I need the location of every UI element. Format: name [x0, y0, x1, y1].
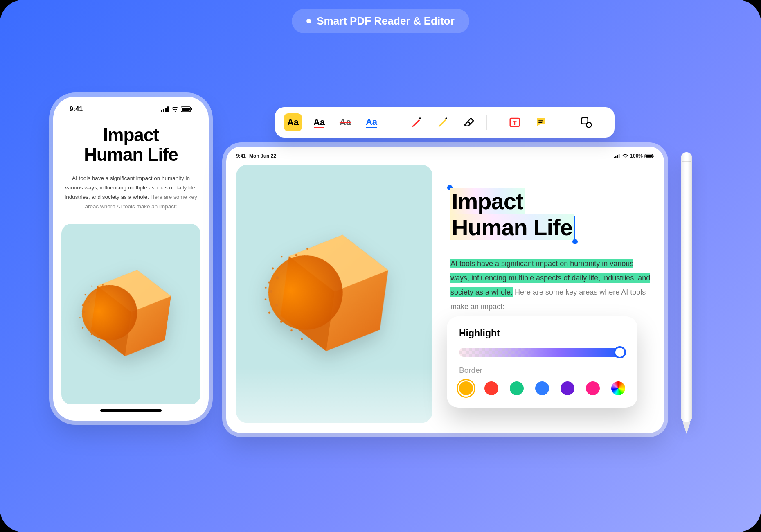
svg-rect-0 — [161, 110, 162, 112]
highlight-label: Aa — [287, 117, 299, 128]
svg-rect-5 — [182, 108, 190, 111]
svg-rect-25 — [617, 155, 618, 158]
phone-title-line1: Impact — [61, 125, 200, 145]
underline-label: Aa — [313, 117, 325, 128]
shapes-tool[interactable] — [577, 113, 595, 131]
panel-title: Highlight — [459, 328, 625, 339]
highlight-tool[interactable]: Aa — [284, 113, 302, 131]
shapes-icon — [580, 116, 592, 128]
svg-point-41 — [265, 298, 267, 300]
svg-point-43 — [281, 256, 283, 258]
svg-point-52 — [586, 122, 592, 128]
signal-icon — [614, 154, 620, 158]
promo-canvas: Smart PDF Reader & Editor 9:41 Impact Hu… — [0, 0, 761, 532]
color-swatch-blue[interactable] — [535, 381, 549, 395]
border-label: Border — [459, 366, 625, 375]
svg-point-18 — [79, 317, 81, 319]
opacity-slider[interactable] — [459, 348, 625, 357]
svg-rect-3 — [167, 106, 169, 112]
color-swatch-custom[interactable] — [611, 381, 625, 395]
hexagon-illustration — [71, 253, 191, 375]
phone-title-line2: Human Life — [61, 145, 200, 165]
phone-status-icons — [161, 106, 192, 112]
tablet-status-bar: 9:41 Mon Jun 22 100% — [236, 153, 654, 159]
selection-caret-end[interactable] — [574, 216, 575, 241]
color-swatch-green[interactable] — [510, 381, 524, 395]
highlight-panel: Highlight Border — [447, 316, 637, 408]
underline-tool[interactable]: Aa — [310, 113, 328, 131]
badge-dot-icon — [306, 19, 311, 23]
strike-label: Aa — [340, 117, 351, 128]
app-badge: Smart PDF Reader & Editor — [292, 9, 469, 33]
note-tool[interactable] — [532, 113, 550, 131]
color-swatch-red[interactable] — [484, 381, 498, 395]
selection-handle-end[interactable] — [572, 239, 578, 244]
tablet-status-icons: 100% — [614, 153, 654, 159]
phone-mockup: 9:41 Impact Human Life AI tools have a s… — [53, 97, 209, 421]
home-indicator — [100, 409, 162, 412]
slider-thumb[interactable] — [614, 346, 626, 358]
pen-yellow-tool[interactable] — [434, 113, 452, 131]
textbox-icon: T — [509, 116, 521, 128]
toolbar-divider — [389, 115, 389, 130]
color-swatch-pink[interactable] — [586, 381, 600, 395]
toolbar-divider — [486, 115, 487, 130]
title-line2: Human Life — [450, 214, 574, 240]
svg-text:T: T — [513, 119, 516, 126]
phone-document-image — [61, 224, 200, 404]
phone-document-body: AI tools have a significant impact on hu… — [61, 174, 200, 212]
document-paragraph[interactable]: AI tools have a significant impact on hu… — [450, 257, 654, 314]
signal-icon — [161, 106, 169, 112]
svg-point-45 — [272, 267, 274, 270]
battery-icon — [181, 106, 192, 112]
svg-point-44 — [290, 329, 293, 332]
eraser-icon — [463, 116, 475, 128]
squiggly-label: Aa — [366, 117, 377, 128]
stylus-pencil — [681, 152, 692, 422]
wifi-icon — [171, 106, 179, 112]
svg-rect-1 — [163, 109, 164, 112]
svg-point-20 — [91, 286, 93, 287]
color-swatch-purple[interactable] — [561, 381, 574, 395]
note-icon — [535, 116, 547, 128]
svg-point-48 — [265, 287, 267, 289]
text-selection[interactable]: Impact Human Life — [450, 188, 574, 241]
svg-rect-29 — [653, 155, 654, 157]
tablet-date: Mon Jun 22 — [249, 153, 276, 159]
wifi-icon — [622, 154, 628, 158]
svg-rect-28 — [646, 155, 652, 157]
svg-rect-6 — [191, 108, 192, 110]
badge-label: Smart PDF Reader & Editor — [317, 15, 455, 27]
svg-point-39 — [268, 311, 271, 314]
toolbar-divider — [558, 115, 558, 130]
svg-rect-24 — [615, 156, 616, 158]
annotation-toolbar: Aa Aa Aa Aa T — [275, 107, 615, 138]
hexagon-illustration — [253, 212, 415, 375]
svg-rect-23 — [614, 157, 615, 158]
squiggly-tool[interactable]: Aa — [362, 113, 380, 131]
phone-document-title: Impact Human Life — [61, 125, 200, 165]
phone-time: 9:41 — [70, 106, 83, 113]
battery-icon — [644, 154, 654, 158]
phone-status-bar: 9:41 — [61, 106, 200, 113]
textbox-tool[interactable]: T — [506, 113, 524, 131]
pen-icon — [437, 116, 449, 128]
strikethrough-tool[interactable]: Aa — [336, 113, 354, 131]
svg-rect-26 — [619, 154, 619, 158]
eraser-tool[interactable] — [460, 113, 478, 131]
tablet-time: 9:41 — [236, 153, 246, 159]
title-line1: Impact — [450, 188, 525, 214]
tablet-battery-label: 100% — [630, 153, 643, 159]
svg-point-21 — [98, 340, 100, 342]
pen-red-tool[interactable] — [408, 113, 426, 131]
color-swatch-yellow[interactable] — [459, 381, 473, 395]
svg-point-22 — [84, 294, 86, 296]
svg-point-16 — [82, 327, 83, 329]
color-swatches — [459, 381, 625, 395]
svg-point-47 — [301, 338, 303, 340]
tablet-document-image — [236, 165, 432, 423]
svg-rect-2 — [165, 108, 167, 112]
pen-icon — [411, 116, 423, 128]
